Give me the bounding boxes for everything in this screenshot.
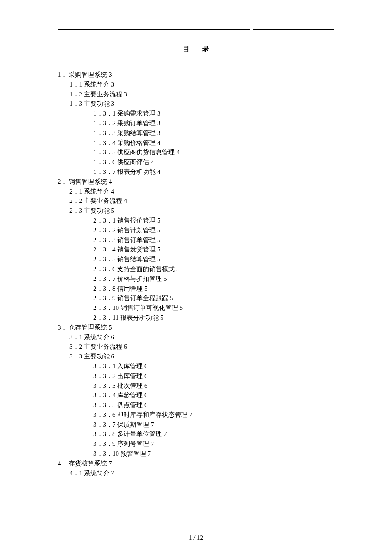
toc-entry: 3．3．8 多计量单位管理 7 — [93, 429, 334, 439]
toc-entry: 1．3．1 采购需求管理 3 — [93, 109, 334, 119]
toc-entry-number: 1．3．1 — [93, 110, 116, 117]
toc-entry-number: 3．3．2 — [93, 373, 116, 379]
toc-entry: 3．3．6 即时库存和库存状态管理 7 — [93, 410, 334, 420]
toc-entry-number: 2．2 — [69, 197, 82, 204]
toc-entry: 3．2 主要业务流程 6 — [69, 342, 334, 352]
toc-entry: 2．3．9 销售订单全程跟踪 5 — [93, 293, 334, 303]
toc-entry-label: 销售计划管理 — [117, 227, 156, 234]
toc-entry-label: 即时库存和库存状态管理 — [117, 411, 187, 418]
toc-entry-number: 2．3．2 — [93, 227, 116, 234]
toc-entry: 3．3．4 库龄管理 6 — [93, 390, 334, 400]
toc-entry-page: 5 — [157, 256, 161, 263]
toc-entry: 2．3．10 销售订单可视化管理 5 — [93, 303, 334, 313]
toc-entry: 1．2 主要业务流程 3 — [69, 90, 334, 99]
toc-entry-page: 7 — [189, 411, 193, 418]
toc-entry-label: 采购需求管理 — [117, 110, 156, 117]
toc-entry-label: 供应商供货信息管理 — [117, 149, 175, 156]
toc-entry: 3．1 系统简介 6 — [69, 332, 334, 342]
toc-entry-label: 盘点管理 — [117, 402, 143, 408]
toc-entry-number: 3．2 — [69, 343, 82, 350]
toc-entry: 3．3．2 出库管理 6 — [93, 371, 334, 381]
toc-entry-label: 采购订单管理 — [117, 120, 156, 127]
toc-entry: 2．3．8 信用管理 5 — [93, 284, 334, 294]
toc-entry-page: 5 — [160, 314, 164, 321]
toc-entry-page: 5 — [170, 295, 173, 301]
toc-entry-label: 系统简介 — [84, 81, 110, 88]
toc-entry-label: 批次管理 — [117, 382, 143, 389]
toc-entry: 3．3 主要功能 6 — [69, 352, 334, 361]
toc-entry: 1．3．6 供应商评估 4 — [93, 157, 334, 167]
toc-entry: 1．3．3 采购结算管理 3 — [93, 128, 334, 138]
table-of-contents: 1． 采购管理系统 31．1 系统简介 31．2 主要业务流程 31．3 主要功… — [58, 70, 334, 478]
toc-entry-page: 6 — [111, 334, 115, 341]
toc-entry-label: 报表分析功能 — [117, 168, 156, 175]
toc-entry-page: 7 — [111, 470, 115, 477]
toc-entry: 2．3．4 销售发货管理 5 — [93, 245, 334, 254]
toc-entry-number: 2．3．6 — [93, 266, 116, 272]
toc-entry: 2．1 系统简介 4 — [69, 187, 334, 197]
toc-entry-label: 预警管理 — [121, 450, 146, 457]
toc-entry-number: 3．3．9 — [93, 440, 116, 447]
toc-entry-number: 1．3．4 — [93, 139, 116, 146]
toc-entry: 2．3．3 销售订单管理 5 — [93, 235, 334, 245]
toc-entry-number: 1．3．6 — [93, 159, 116, 165]
toc-entry: 2．3 主要功能 5 — [69, 206, 334, 216]
toc-entry-label: 序列号管理 — [117, 440, 149, 447]
toc-entry-page: 5 — [157, 246, 161, 253]
toc-entry-number: 3．3 — [69, 353, 82, 360]
toc-entry-number: 2．3．8 — [93, 285, 116, 292]
toc-entry: 2．3．1 销售报价管理 5 — [93, 216, 334, 225]
toc-entry-page: 7 — [151, 440, 154, 447]
toc-entry-page: 7 — [148, 450, 151, 457]
toc-entry-number: 1．3 — [69, 100, 82, 107]
toc-entry-page: 4 — [157, 168, 161, 175]
toc-entry: 1．3．4 采购价格管理 4 — [93, 138, 334, 148]
toc-entry-label: 库龄管理 — [117, 392, 143, 399]
toc-entry-number: 3．3．3 — [93, 382, 116, 389]
toc-entry-page: 6 — [144, 402, 148, 408]
toc-entry-label: 销售订单全程跟踪 — [117, 295, 168, 301]
toc-entry: 2．3．7 价格与折扣管理 5 — [93, 274, 334, 284]
toc-entry-label: 系统简介 — [84, 334, 110, 341]
toc-entry-label: 主要功能 — [84, 207, 110, 214]
toc-entry: 3．3．7 保质期管理 7 — [93, 420, 334, 430]
toc-entry-label: 信用管理 — [117, 285, 143, 292]
toc-entry: 2．2 主要业务流程 4 — [69, 196, 334, 206]
toc-entry-page: 6 — [144, 363, 148, 370]
toc-entry-page: 5 — [109, 324, 112, 331]
toc-entry: 1．1 系统简介 3 — [69, 80, 334, 90]
toc-entry-page: 4 — [109, 178, 112, 185]
toc-entry-page: 3 — [157, 120, 161, 127]
toc-entry-label: 主要业务流程 — [84, 91, 122, 98]
toc-entry: 3．3．1 入库管理 6 — [93, 361, 334, 371]
toc-entry-page: 5 — [157, 237, 161, 243]
toc-entry-page: 6 — [144, 392, 148, 399]
toc-entry-page: 7 — [151, 421, 154, 428]
toc-entry-number: 1．3．5 — [93, 149, 116, 156]
toc-entry-label: 销售订单管理 — [117, 237, 156, 243]
toc-entry-label: 系统简介 — [84, 188, 110, 195]
toc-entry: 2．3．5 销售结算管理 5 — [93, 254, 334, 264]
toc-entry-page: 6 — [124, 343, 127, 350]
toc-entry-page: 3 — [157, 110, 161, 117]
toc-entry-number: 1．3．3 — [93, 130, 116, 136]
toc-entry-number: 2．3．3 — [93, 237, 116, 243]
toc-entry-number: 2． — [58, 178, 67, 185]
toc-entry: 2． 销售管理系统 4 — [58, 177, 334, 187]
toc-entry-number: 3．3．10 — [93, 450, 119, 457]
toc-entry: 2．3．6 支持全面的销售模式 5 — [93, 264, 334, 274]
toc-entry: 2．3．2 销售计划管理 5 — [93, 225, 334, 235]
toc-entry-page: 4 — [176, 149, 180, 156]
toc-entry-number: 2．3．10 — [93, 304, 119, 311]
toc-entry-number: 2．3 — [69, 207, 82, 214]
toc-entry-label: 系统简介 — [84, 470, 110, 477]
page-number: 1 / 12 — [0, 534, 392, 541]
toc-entry-label: 仓存管理系统 — [69, 324, 107, 331]
toc-entry-number: 3．3．8 — [93, 431, 116, 437]
toc-entry-label: 主要功能 — [84, 353, 110, 360]
toc-entry-label: 入库管理 — [117, 363, 143, 370]
toc-entry: 1．3．2 采购订单管理 3 — [93, 119, 334, 128]
toc-entry-page: 4 — [124, 197, 127, 204]
toc-entry-page: 3 — [109, 71, 112, 78]
toc-entry-label: 采购结算管理 — [117, 130, 156, 136]
